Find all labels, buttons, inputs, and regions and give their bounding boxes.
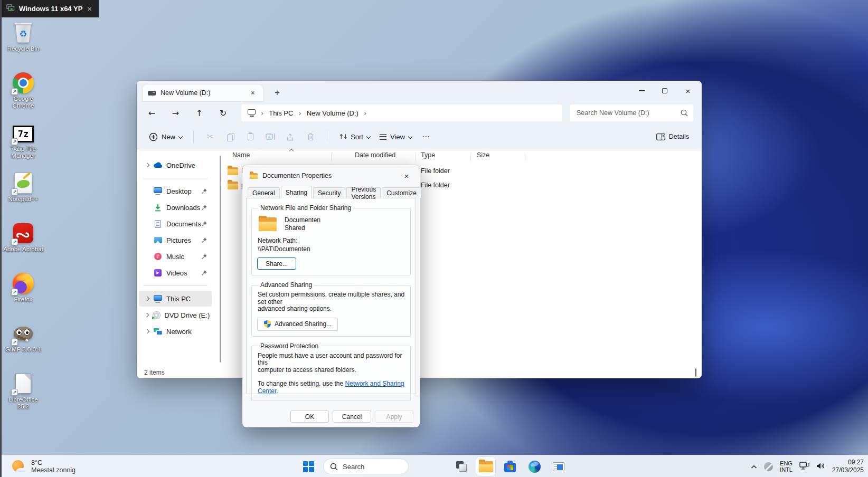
paste-icon[interactable]	[240, 133, 260, 140]
tray-chevron-up-icon[interactable]	[751, 463, 757, 471]
shortcut-arrow-icon: ↗	[11, 238, 18, 245]
copy-icon[interactable]	[220, 133, 240, 140]
ok-button[interactable]: OK	[290, 411, 329, 423]
network-tray-icon[interactable]	[799, 462, 809, 471]
language-indicator[interactable]: ENG INTL	[780, 460, 792, 473]
file-explorer-taskbar-button[interactable]	[476, 457, 495, 476]
dialog-close-icon[interactable]: ×	[399, 168, 414, 183]
desktop-icon-adobe-acrobat[interactable]: ↗ Adobe Acrobat	[3, 222, 43, 272]
cut-icon[interactable]: ✂	[200, 132, 220, 141]
column-header-type[interactable]: Type	[421, 151, 435, 159]
breadcrumb-new-volume[interactable]: New Volume (D:)	[307, 109, 358, 117]
tab-general[interactable]: General	[248, 187, 280, 198]
apply-button[interactable]: Apply	[375, 411, 413, 423]
group-label: Network File and Folder Sharing	[258, 204, 353, 212]
chevron-right-icon: ›	[261, 109, 263, 117]
back-icon[interactable]: ←	[140, 108, 164, 118]
volume-icon[interactable]	[816, 462, 825, 471]
advanced-sharing-button[interactable]: Advanced Sharing...	[257, 318, 338, 331]
view-button[interactable]: View	[375, 129, 417, 145]
expand-chevron-icon[interactable]	[143, 164, 152, 167]
sidebar-item-music[interactable]: ♪ Music	[139, 249, 212, 264]
microsoft-store-button[interactable]	[501, 457, 520, 476]
breadcrumb-this-pc[interactable]: This PC	[269, 109, 293, 117]
expand-chevron-icon[interactable]	[143, 297, 152, 300]
up-icon[interactable]: ↑	[187, 108, 211, 118]
column-separator[interactable]	[331, 154, 332, 161]
taskbar-search[interactable]: Search	[323, 459, 409, 474]
details-pane-button[interactable]: Details	[651, 130, 694, 144]
forward-icon[interactable]: →	[164, 108, 187, 118]
column-header-name[interactable]: Name	[232, 151, 250, 159]
windows-logo-icon	[303, 461, 314, 472]
sidebar-item-desktop[interactable]: Desktop	[139, 183, 212, 199]
shortcut-arrow-icon: ↗	[11, 138, 18, 145]
sort-button[interactable]: ↑↓ Sort	[334, 129, 375, 145]
pin-icon	[201, 253, 207, 260]
tab-sharing[interactable]: Sharing	[281, 186, 312, 198]
column-header-size[interactable]: Size	[477, 151, 489, 159]
sharing-tab-page: Network File and Folder Sharing Document…	[246, 198, 416, 394]
desktop-icon-gimp[interactable]: ↗ GIMP 3.0.0-1	[3, 322, 43, 372]
search-box[interactable]: Search New Volume (D:)	[570, 104, 693, 121]
column-separator[interactable]	[470, 154, 471, 161]
tab-previous-versions[interactable]: Previous Versions	[346, 187, 381, 198]
sidebar-item-pictures[interactable]: Pictures	[139, 232, 212, 248]
sidebar-item-downloads[interactable]: Downloads	[139, 199, 212, 215]
desktop-icon-firefox[interactable]: ↗ Firefox	[3, 272, 43, 322]
svg-text:A: A	[268, 135, 271, 140]
task-view-button[interactable]	[452, 457, 471, 476]
column-separator[interactable]	[525, 154, 525, 161]
weather-widget[interactable]: 8°C Meestal zonnig	[7, 455, 80, 477]
delete-icon[interactable]	[300, 133, 320, 141]
icon-label: GIMP 3.0.0-1	[5, 346, 41, 353]
new-button[interactable]: New	[144, 129, 187, 145]
desktop-icon-libreoffice[interactable]: ↗ LibreOffice 25.2	[3, 372, 43, 422]
libreoffice-icon: ↗	[12, 372, 35, 395]
cancel-button[interactable]: Cancel	[333, 411, 371, 423]
column-separator[interactable]	[416, 154, 416, 161]
window-controls: ×	[630, 83, 700, 99]
column-header-date-modified[interactable]: Date modified	[355, 151, 395, 159]
clock[interactable]: 09:27 27/03/2025	[832, 459, 864, 474]
vm-title: Windows 11 x64 YP	[19, 5, 82, 13]
desktop-icon-notepad-plus-plus[interactable]: ↗ Notepad++	[3, 171, 43, 222]
minimize-button[interactable]	[630, 83, 653, 99]
sidebar-item-dvd-drive[interactable]: DVD Drive (E:) C	[139, 307, 212, 323]
sidebar-item-onedrive[interactable]: OneDrive	[139, 157, 212, 173]
maximize-button[interactable]	[653, 83, 676, 99]
share-icon[interactable]	[280, 133, 300, 141]
window-close-button[interactable]: ×	[676, 83, 700, 99]
expand-chevron-icon[interactable]	[143, 330, 152, 333]
rename-icon[interactable]: A	[260, 133, 280, 140]
expand-chevron-icon[interactable]	[143, 313, 151, 317]
icon-label: LibreOffice 25.2	[3, 396, 43, 410]
icon-label: Google Chrome	[3, 96, 43, 109]
tab-security[interactable]: Security	[313, 187, 345, 198]
large-icons-view-toggle-icon[interactable]	[695, 369, 696, 376]
sidebar-item-documents[interactable]: Documents	[139, 216, 212, 232]
start-button[interactable]	[299, 457, 318, 476]
folder-icon	[228, 182, 238, 189]
vm-window-tab[interactable]: Windows 11 x64 YP ×	[2, 0, 99, 17]
explorer-tab[interactable]: New Volume (D:) ×	[143, 84, 263, 101]
sidebar-item-this-pc[interactable]: This PC	[139, 291, 212, 307]
desktop-icon-7zip[interactable]: 7z↗ 7-Zip File Manager	[3, 121, 43, 171]
tab-customize[interactable]: Customize	[382, 187, 421, 198]
navigation-pane: OneDrive Desktop Downloads	[137, 149, 214, 367]
onedrive-signed-out-icon[interactable]	[764, 462, 773, 471]
vm-close-icon[interactable]: ×	[85, 4, 94, 14]
breadcrumb[interactable]: › This PC › New Volume (D:) ›	[241, 104, 562, 121]
sidebar-item-videos[interactable]: ▶ Videos	[139, 265, 212, 281]
sidebar-item-network[interactable]: Network	[139, 323, 212, 339]
share-button[interactable]: Share...	[257, 257, 296, 270]
app-window-button[interactable]	[549, 457, 568, 476]
more-options-icon[interactable]: ⋯	[417, 132, 435, 141]
new-tab-button[interactable]: +	[270, 85, 285, 100]
desktop-icon-recycle-bin[interactable]: ♻ Recycle Bin	[3, 21, 43, 71]
desktop-icon-google-chrome[interactable]: ↗ Google Chrome	[3, 71, 43, 121]
edge-button[interactable]	[525, 457, 544, 476]
explorer-tab-title: New Volume (D:)	[161, 89, 210, 97]
tab-close-icon[interactable]: ×	[248, 89, 258, 97]
refresh-icon[interactable]: ↻	[211, 108, 235, 118]
